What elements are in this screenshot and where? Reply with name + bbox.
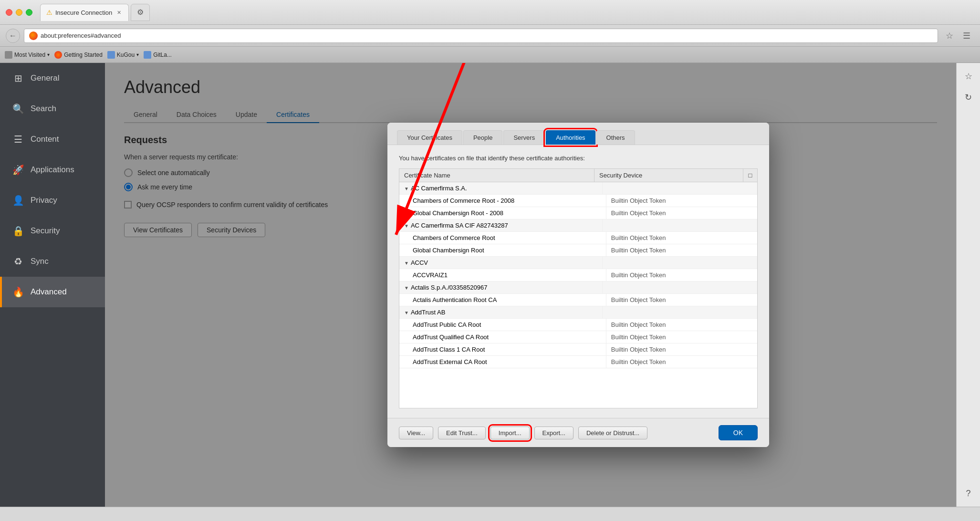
table-row[interactable]: ▼AddTrust AB: [399, 306, 757, 319]
browser-content: ⊞ General 🔍 Search ☰ Content 🚀 Applicati…: [0, 63, 980, 507]
content-icon: ☰: [12, 134, 24, 145]
bookmark-label: KuGou: [117, 52, 135, 58]
cert-name: Chambers of Commerce Root - 2008: [399, 195, 606, 207]
group-name: ▼AddTrust AB: [399, 306, 603, 318]
dropdown-icon: ▾: [47, 52, 50, 57]
modal-tab-your-certificates[interactable]: Your Certificates: [397, 130, 462, 145]
sidebar-item-security[interactable]: 🔒 Security: [0, 216, 105, 246]
bookmarks-bar: Most Visited ▾ Getting Started KuGou ▾ G…: [0, 47, 980, 63]
bookmark-getting-started[interactable]: Getting Started: [54, 51, 103, 59]
edit-trust-button[interactable]: Edit Trust...: [438, 427, 486, 439]
table-row[interactable]: ▼AC Camerfirma S.A.: [399, 182, 757, 195]
sidebar-help-icon[interactable]: ?: [960, 485, 977, 502]
advanced-icon: 🔥: [12, 286, 24, 298]
col-resize-icon: □: [743, 169, 757, 182]
table-row[interactable]: Global Chambersign Root Builtin Object T…: [399, 244, 757, 257]
back-button[interactable]: ←: [6, 29, 20, 43]
bookmark-folder-icon2: [107, 51, 115, 59]
maximize-button[interactable]: [26, 9, 32, 16]
sidebar-label-general: General: [31, 73, 59, 83]
group-device: [603, 306, 757, 318]
table-row[interactable]: Actalis Authentication Root CA Builtin O…: [399, 294, 757, 306]
table-row[interactable]: ▼Actalis S.p.A./03358520967: [399, 281, 757, 294]
delete-distrust-button[interactable]: Delete or Distrust...: [578, 427, 647, 439]
new-tab-button[interactable]: ⚙: [131, 4, 150, 21]
bookmark-most-visited[interactable]: Most Visited ▾: [5, 51, 50, 59]
cert-device: Builtin Object Token: [606, 319, 757, 331]
table-row[interactable]: Chambers of Commerce Root Builtin Object…: [399, 232, 757, 244]
table-row[interactable]: AddTrust Public CA Root Builtin Object T…: [399, 319, 757, 331]
bookmark-gitlab[interactable]: GitLa...: [144, 51, 172, 59]
bookmark-label: Getting Started: [64, 52, 103, 58]
address-bar[interactable]: about:preferences#advanced: [24, 29, 938, 43]
pref-main: Advanced General Data Choices Update Cer…: [105, 63, 956, 507]
modal-buttons: View... Edit Trust... Import... Export..…: [387, 418, 769, 447]
col-device-header: Security Device: [594, 169, 743, 182]
sidebar-item-search[interactable]: 🔍 Search: [0, 94, 105, 124]
menu-icon[interactable]: ☰: [959, 28, 974, 43]
group-name: ▼AC Camerfirma SA CIF A82743287: [399, 219, 603, 231]
modal-tab-authorities[interactable]: Authorities: [546, 130, 595, 145]
cert-name: AddTrust Public CA Root: [399, 319, 606, 331]
sidebar-label-advanced: Advanced: [31, 287, 67, 297]
certificate-table[interactable]: Certificate Name Security Device □ ▼AC C…: [399, 168, 758, 408]
privacy-icon: 👤: [12, 195, 24, 206]
sidebar-bookmarks-icon[interactable]: ☆: [960, 68, 977, 85]
dropdown-icon: ▾: [136, 52, 139, 57]
ok-button[interactable]: OK: [719, 425, 758, 440]
export-button[interactable]: Export...: [534, 427, 573, 439]
view-button[interactable]: View...: [399, 427, 433, 439]
table-row[interactable]: ACCVRAIZ1 Builtin Object Token: [399, 269, 757, 281]
bookmark-label: Most Visited: [14, 52, 45, 58]
bookmark-star-icon[interactable]: ☆: [942, 28, 957, 43]
minimize-button[interactable]: [16, 9, 22, 16]
col-name-header: Certificate Name: [399, 169, 594, 182]
cert-device: Builtin Object Token: [606, 331, 757, 343]
sidebar-item-advanced[interactable]: 🔥 Advanced: [0, 277, 105, 307]
site-icon: [29, 31, 38, 40]
import-button[interactable]: Import...: [490, 427, 530, 439]
cert-name: AddTrust External CA Root: [399, 356, 606, 368]
table-row[interactable]: AddTrust Class 1 CA Root Builtin Object …: [399, 344, 757, 356]
cert-name: Global Chambersign Root: [399, 244, 606, 256]
table-row[interactable]: Global Chambersign Root - 2008 Builtin O…: [399, 207, 757, 219]
cert-device: Builtin Object Token: [606, 232, 757, 244]
table-row[interactable]: AddTrust Qualified CA Root Builtin Objec…: [399, 331, 757, 344]
group-name: ▼Actalis S.p.A./03358520967: [399, 281, 603, 293]
sidebar-item-privacy[interactable]: 👤 Privacy: [0, 185, 105, 216]
cert-name: AddTrust Class 1 CA Root: [399, 344, 606, 355]
modal-overlay: Your Certificates People Servers Authori…: [105, 63, 956, 507]
modal-body: You have certificates on file that ident…: [387, 145, 769, 418]
close-button[interactable]: [6, 9, 12, 16]
group-name: ▼AC Camerfirma S.A.: [399, 182, 603, 194]
nav-bar: ← about:preferences#advanced ☆ ☰: [0, 25, 980, 47]
browser-window: ⚠ Insecure Connection ✕ ⚙ ← about:prefer…: [0, 0, 980, 521]
table-row[interactable]: ▼ACCV: [399, 257, 757, 269]
group-device: [603, 219, 757, 231]
group-name: ▼ACCV: [399, 257, 603, 269]
table-row[interactable]: ▼AC Camerfirma SA CIF A82743287: [399, 219, 757, 232]
bookmark-kugou[interactable]: KuGou ▾: [107, 51, 139, 59]
sidebar-label-privacy: Privacy: [31, 196, 57, 205]
sidebar-item-content[interactable]: ☰ Content: [0, 124, 105, 155]
cert-name: Global Chambersign Root - 2008: [399, 207, 606, 219]
general-icon: ⊞: [12, 73, 24, 84]
cert-device: Builtin Object Token: [606, 244, 757, 256]
tab-close-button[interactable]: ✕: [115, 9, 123, 16]
traffic-lights: [6, 9, 32, 16]
table-row[interactable]: Chambers of Commerce Root - 2008 Builtin…: [399, 195, 757, 207]
modal-tab-others[interactable]: Others: [596, 130, 635, 145]
sidebar-label-applications: Applications: [31, 165, 74, 175]
sidebar-item-general[interactable]: ⊞ General: [0, 63, 105, 94]
sidebar-item-sync[interactable]: ♻ Sync: [0, 246, 105, 277]
browser-tab[interactable]: ⚠ Insecure Connection ✕: [40, 4, 129, 21]
sidebar-label-security: Security: [31, 226, 60, 236]
sidebar-item-applications[interactable]: 🚀 Applications: [0, 155, 105, 185]
modal-tab-people[interactable]: People: [463, 130, 502, 145]
sidebar-history-icon[interactable]: ↻: [960, 89, 977, 106]
sidebar-label-content: Content: [31, 135, 59, 144]
cert-device: Builtin Object Token: [606, 356, 757, 368]
security-icon: 🔒: [12, 225, 24, 237]
table-row[interactable]: AddTrust External CA Root Builtin Object…: [399, 356, 757, 368]
modal-tab-servers[interactable]: Servers: [503, 130, 545, 145]
